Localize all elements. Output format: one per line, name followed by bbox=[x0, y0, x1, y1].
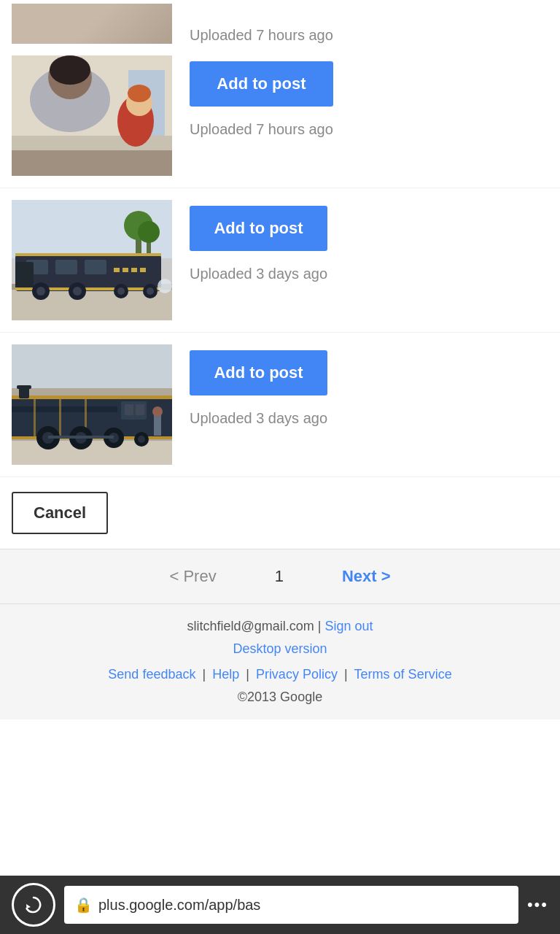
upload-time-3: Uploaded 3 days ago bbox=[190, 410, 327, 427]
photo-thumbnail-1 bbox=[12, 55, 172, 176]
photo-thumbnail-3 bbox=[12, 344, 172, 465]
svg-point-26 bbox=[73, 287, 82, 296]
footer-email: slitchfield@gmail.com bbox=[187, 619, 314, 633]
svg-rect-48 bbox=[34, 398, 36, 437]
upload-time-1: Uploaded 7 hours ago bbox=[190, 121, 333, 138]
content-area: Uploaded 7 hours ago bbox=[0, 0, 560, 549]
svg-rect-21 bbox=[15, 253, 161, 256]
svg-rect-19 bbox=[55, 260, 77, 274]
svg-rect-46 bbox=[136, 404, 144, 415]
svg-point-24 bbox=[36, 287, 45, 296]
photo-info-2: Add to post Uploaded 3 days ago bbox=[190, 200, 327, 282]
help-link[interactable]: Help bbox=[212, 667, 239, 682]
svg-rect-33 bbox=[122, 268, 128, 272]
svg-point-58 bbox=[138, 436, 145, 443]
svg-rect-35 bbox=[140, 268, 146, 272]
footer-sep-2: | bbox=[202, 667, 209, 682]
photo-info-3: Add to post Uploaded 3 days ago bbox=[190, 344, 327, 427]
add-to-post-button-1[interactable]: Add to post bbox=[190, 61, 333, 107]
svg-point-28 bbox=[117, 287, 125, 295]
svg-rect-32 bbox=[114, 268, 120, 272]
send-feedback-link[interactable]: Send feedback bbox=[108, 667, 195, 682]
address-text: plus.google.com/app/bas bbox=[98, 897, 260, 914]
svg-rect-37 bbox=[12, 344, 172, 395]
address-bar[interactable]: 🔒 plus.google.com/app/bas bbox=[64, 886, 518, 924]
svg-rect-9 bbox=[12, 150, 172, 176]
svg-rect-61 bbox=[17, 385, 31, 389]
add-to-post-button-2[interactable]: Add to post bbox=[190, 206, 327, 251]
svg-rect-47 bbox=[12, 406, 117, 412]
footer-account: slitchfield@gmail.com | Sign out bbox=[15, 619, 545, 634]
upload-time-2: Uploaded 3 days ago bbox=[190, 266, 327, 282]
svg-rect-20 bbox=[85, 260, 106, 274]
photo-thumbnail-0 bbox=[12, 4, 172, 44]
svg-rect-39 bbox=[12, 439, 172, 465]
svg-point-8 bbox=[128, 85, 151, 102]
upload-time-0: Uploaded 7 hours ago bbox=[190, 27, 333, 44]
footer-area: slitchfield@gmail.com | Sign out Desktop… bbox=[0, 603, 560, 719]
add-to-post-button-3[interactable]: Add to post bbox=[190, 350, 327, 395]
svg-point-14 bbox=[138, 221, 160, 243]
footer-sep-4: | bbox=[344, 667, 351, 682]
privacy-policy-link[interactable]: Privacy Policy bbox=[256, 667, 338, 682]
svg-rect-62 bbox=[154, 414, 161, 436]
svg-rect-45 bbox=[125, 404, 133, 415]
photo-item-2: Add to post Uploaded 3 days ago bbox=[0, 188, 560, 333]
svg-rect-49 bbox=[59, 398, 61, 437]
svg-rect-34 bbox=[131, 268, 137, 272]
photo-item-1: Add to post Uploaded 7 hours ago bbox=[0, 44, 560, 188]
prev-button[interactable]: < Prev bbox=[169, 567, 216, 586]
photo-info-0: Uploaded 7 hours ago bbox=[190, 27, 333, 44]
desktop-version-link[interactable]: Desktop version bbox=[15, 641, 545, 657]
svg-rect-59 bbox=[48, 436, 114, 439]
terms-of-service-link[interactable]: Terms of Service bbox=[354, 667, 452, 682]
svg-point-30 bbox=[147, 287, 154, 295]
cancel-button[interactable]: Cancel bbox=[12, 492, 108, 534]
photo-info-1: Add to post Uploaded 7 hours ago bbox=[190, 55, 333, 138]
sign-out-link[interactable]: Sign out bbox=[324, 619, 373, 633]
photo-thumbnail-2 bbox=[12, 200, 172, 320]
svg-point-36 bbox=[158, 279, 172, 293]
footer-sep-3: | bbox=[246, 667, 253, 682]
cancel-section: Cancel bbox=[0, 477, 560, 549]
browser-bar: 🔒 plus.google.com/app/bas ••• bbox=[0, 876, 560, 934]
more-button[interactable]: ••• bbox=[527, 895, 548, 914]
svg-point-63 bbox=[152, 406, 163, 417]
svg-point-5 bbox=[50, 55, 90, 85]
pagination-area: < Prev 1 Next > bbox=[0, 549, 560, 603]
photo-item-3: Add to post Uploaded 3 days ago bbox=[0, 333, 560, 477]
footer-links: Send feedback | Help | Privacy Policy | … bbox=[15, 667, 545, 682]
svg-rect-31 bbox=[15, 262, 34, 287]
page-number: 1 bbox=[275, 567, 284, 586]
photo-item-0: Uploaded 7 hours ago bbox=[0, 0, 560, 44]
refresh-button[interactable] bbox=[12, 883, 55, 927]
next-button[interactable]: Next > bbox=[342, 567, 391, 586]
lock-icon: 🔒 bbox=[74, 896, 93, 914]
footer-copyright: ©2013 Google bbox=[15, 690, 545, 705]
svg-marker-64 bbox=[26, 904, 31, 908]
